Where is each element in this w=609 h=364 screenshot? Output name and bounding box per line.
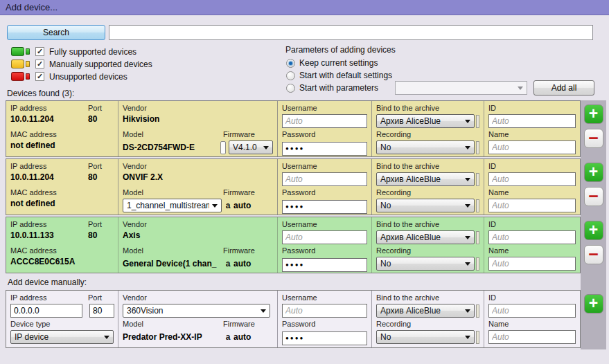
port-label: Port bbox=[88, 293, 114, 304]
ip-input[interactable] bbox=[10, 304, 82, 318]
ip-value: 10.0.11.133 bbox=[10, 230, 88, 241]
username-input[interactable] bbox=[282, 230, 367, 244]
checkmark-icon: ✓ bbox=[37, 60, 43, 68]
filter-label: Fully supported devices bbox=[49, 47, 136, 57]
ip-label: IP address bbox=[10, 220, 88, 230]
archive-dropdown[interactable]: Архив AliceBlue bbox=[376, 172, 475, 186]
radio-button-selected[interactable] bbox=[286, 59, 295, 68]
password-label: Password bbox=[282, 246, 315, 257]
username-input[interactable] bbox=[282, 304, 367, 318]
archive-dropdown-value: Архив AliceBlue bbox=[380, 233, 462, 242]
add-device-button[interactable]: + bbox=[584, 104, 603, 124]
clipped-control bbox=[476, 257, 479, 271]
filter-label: Manually supported devices bbox=[49, 60, 152, 69]
remove-device-button[interactable]: − bbox=[584, 129, 603, 148]
add-device-button[interactable]: + bbox=[584, 163, 603, 182]
username-label: Username bbox=[282, 293, 317, 304]
archive-dropdown[interactable]: Архив AliceBlue bbox=[376, 230, 475, 244]
vendor-dropdown[interactable]: 360Vision bbox=[123, 304, 270, 318]
mac-value: not defined bbox=[10, 199, 55, 209]
radio-label: Start with parameters bbox=[299, 83, 378, 93]
radio-button[interactable] bbox=[286, 84, 295, 93]
port-label: Port bbox=[88, 104, 114, 114]
checkmark-icon: ✓ bbox=[37, 73, 43, 80]
device-type-dropdown[interactable]: IP device bbox=[10, 330, 114, 344]
firmware-dropdown-value: V4.1.0 bbox=[233, 143, 261, 152]
archive-dropdown[interactable]: Архив AliceBlue bbox=[376, 114, 475, 128]
manually-supported-checkbox[interactable]: ✓ bbox=[35, 60, 44, 69]
chevron-down-icon bbox=[465, 178, 470, 181]
clipped-text: a bbox=[226, 201, 231, 210]
port-label: Port bbox=[88, 162, 114, 172]
vendor-dropdown-value: 360Vision bbox=[127, 306, 258, 316]
search-input[interactable] bbox=[109, 25, 593, 40]
name-input[interactable] bbox=[488, 257, 576, 271]
model-label: Model bbox=[123, 246, 223, 257]
username-input[interactable] bbox=[282, 114, 367, 128]
name-label: Name bbox=[488, 130, 509, 140]
device-row-hikvision: IP address Port 10.0.11.204 80 MAC addre… bbox=[6, 100, 606, 157]
model-label: Model bbox=[123, 130, 223, 140]
remove-device-button[interactable]: − bbox=[584, 187, 603, 206]
recording-dropdown[interactable]: No bbox=[376, 330, 475, 344]
ip-value: 10.0.11.204 bbox=[10, 172, 88, 183]
model-dropdown-value: 1_channel_multistream bbox=[127, 201, 209, 210]
id-label: ID bbox=[488, 293, 496, 304]
unsupported-checkbox[interactable]: ✓ bbox=[35, 72, 44, 81]
password-label: Password bbox=[282, 320, 315, 330]
password-label: Password bbox=[282, 188, 315, 199]
firmware-label: Firmware bbox=[223, 246, 273, 257]
password-input[interactable] bbox=[282, 200, 367, 214]
port-input[interactable] bbox=[89, 304, 114, 318]
add-device-button[interactable]: + bbox=[584, 294, 603, 313]
radio-label: Keep current settings bbox=[299, 58, 378, 68]
chevron-down-icon bbox=[465, 309, 470, 313]
chevron-down-icon bbox=[465, 120, 470, 123]
password-input[interactable] bbox=[282, 258, 367, 272]
password-input[interactable] bbox=[282, 142, 367, 156]
fully-supported-checkbox[interactable]: ✓ bbox=[35, 47, 44, 56]
device-row-onvif: IP address Port 10.0.11.204 80 MAC addre… bbox=[6, 158, 606, 215]
add-all-button[interactable]: Add all bbox=[533, 80, 594, 95]
remove-device-button[interactable]: − bbox=[584, 245, 603, 264]
parameters-dropdown[interactable] bbox=[395, 81, 527, 95]
recording-dropdown[interactable]: No bbox=[376, 199, 475, 212]
add-device-button[interactable]: + bbox=[584, 221, 603, 240]
filter-manually-supported: ✓ Manually supported devices bbox=[11, 58, 152, 70]
vendor-label: Vendor bbox=[123, 104, 147, 114]
recording-label: Recording bbox=[376, 246, 411, 257]
devices-found-label: Devices found (3): bbox=[7, 89, 74, 98]
model-dropdown[interactable]: 1_channel_multistream bbox=[123, 199, 222, 212]
firmware-dropdown[interactable]: V4.1.0 bbox=[229, 140, 273, 154]
device-list: IP address Port 10.0.11.204 80 MAC addre… bbox=[6, 100, 606, 349]
filter-fully-supported: ✓ Fully supported devices bbox=[11, 46, 152, 57]
id-input[interactable] bbox=[488, 230, 576, 244]
mac-label: MAC address bbox=[10, 130, 57, 140]
name-input[interactable] bbox=[488, 199, 576, 212]
radio-start-with-parameters: Start with parameters bbox=[286, 82, 378, 93]
device-type-dropdown-value: IP device bbox=[15, 332, 101, 342]
archive-dropdown[interactable]: Архив AliceBlue bbox=[376, 304, 475, 318]
model-value: General Device(1 chan_ bbox=[123, 259, 216, 269]
chevron-down-icon bbox=[212, 204, 218, 208]
chevron-down-icon bbox=[465, 236, 470, 239]
username-input[interactable] bbox=[282, 172, 367, 186]
radio-button[interactable] bbox=[286, 71, 295, 80]
id-input[interactable] bbox=[488, 114, 576, 128]
name-input[interactable] bbox=[488, 330, 576, 344]
add-manually-label: Add device manually: bbox=[6, 275, 581, 290]
clipped-text: a bbox=[226, 259, 231, 269]
vendor-label: Vendor bbox=[123, 293, 147, 304]
id-input[interactable] bbox=[488, 304, 576, 318]
model-label: Model bbox=[123, 188, 223, 199]
id-input[interactable] bbox=[488, 172, 576, 186]
recording-dropdown[interactable]: No bbox=[376, 257, 475, 271]
chevron-down-icon bbox=[104, 336, 109, 339]
recording-dropdown[interactable]: No bbox=[376, 140, 475, 154]
password-input[interactable] bbox=[282, 331, 367, 345]
dialog-titlebar: Add device... bbox=[0, 0, 609, 15]
search-button[interactable]: Search bbox=[7, 25, 105, 40]
clipped-control bbox=[476, 173, 479, 186]
password-label: Password bbox=[282, 130, 315, 140]
name-input[interactable] bbox=[488, 140, 576, 154]
